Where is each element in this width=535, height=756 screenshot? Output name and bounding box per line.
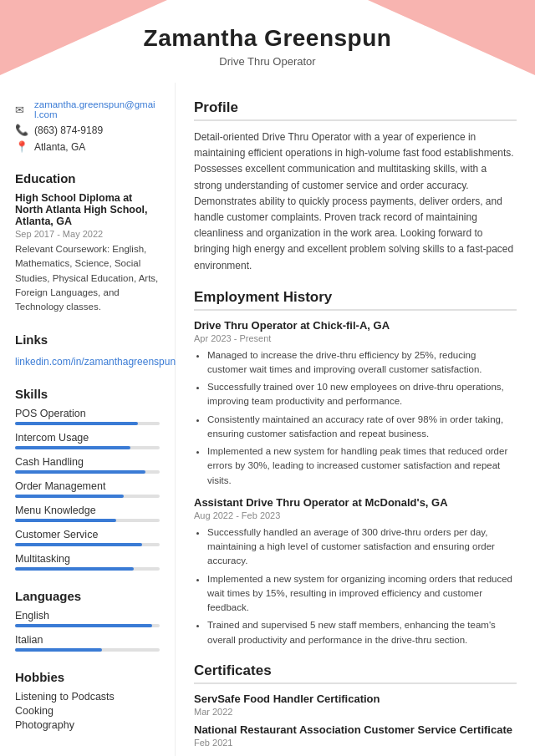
skill-bar-fill — [15, 519, 116, 522]
job-bullets: Managed to increase the drive-thru effic… — [194, 348, 517, 488]
phone-text: (863) 874-9189 — [34, 124, 103, 136]
job-dates: Apr 2023 - Present — [194, 333, 517, 343]
language-bar-fill — [15, 648, 102, 652]
languages-section: Languages English Italian — [15, 589, 160, 652]
job-bullet: Successfully trained over 10 new employe… — [207, 380, 517, 409]
skill-name: Cash Handling — [15, 456, 160, 468]
jobs-list: Drive Thru Operator at Chick-fil-A, GA A… — [194, 319, 517, 647]
links-title: Links — [15, 332, 160, 347]
skill-name: Menu Knowledge — [15, 505, 160, 516]
education-section: Education High School Diploma at North A… — [15, 171, 160, 314]
hobbies-title: Hobbies — [15, 670, 160, 684]
location-item: 📍 Atlanta, GA — [15, 140, 160, 153]
skill-name: POS Operation — [15, 408, 160, 419]
profile-text: Detail-oriented Drive Thru Operator with… — [194, 129, 517, 274]
skill-bar-bg — [15, 543, 160, 546]
skills-section: Skills POS Operation Intercom Usage Cash… — [15, 387, 160, 571]
location-text: Atlanta, GA — [34, 141, 85, 153]
skill-bar-fill — [15, 422, 138, 425]
contact-section: ✉ zamantha.greenspun@gmail.com 📞 (863) 8… — [15, 99, 160, 153]
profile-title: Profile — [194, 99, 517, 121]
candidate-title: Drive Thru Operator — [17, 55, 518, 68]
edu-dates: Sep 2017 - May 2022 — [15, 229, 160, 239]
skill-bar-fill — [15, 567, 134, 571]
phone-icon: 📞 — [15, 124, 28, 136]
resume-container: Zamantha Greenspun Drive Thru Operator ✉… — [0, 0, 535, 756]
languages-title: Languages — [15, 589, 160, 603]
job-title: Drive Thru Operator at Chick-fil-A, GA — [194, 319, 517, 332]
job-bullet: Successfully handled an average of 300 d… — [207, 525, 517, 569]
skill-bar-bg — [15, 495, 160, 498]
language-name: Italian — [15, 634, 160, 646]
skills-list: POS Operation Intercom Usage Cash Handli… — [15, 408, 160, 571]
language-name: English — [15, 610, 160, 622]
job-entry: Drive Thru Operator at Chick-fil-A, GA A… — [194, 319, 517, 488]
skill-name: Order Management — [15, 480, 160, 492]
skill-item: Order Management — [15, 480, 160, 498]
skill-item: Cash Handling — [15, 456, 160, 474]
skill-bar-bg — [15, 470, 160, 474]
language-bar-bg — [15, 624, 160, 627]
job-bullet: Trained and supervised 5 new staff membe… — [207, 618, 517, 647]
education-title: Education — [15, 171, 160, 185]
languages-list: English Italian — [15, 610, 160, 652]
job-bullet: Managed to increase the drive-thru effic… — [207, 348, 517, 378]
email-link[interactable]: zamantha.greenspun@gmail.com — [34, 99, 160, 119]
hobby-item: Listening to Podcasts — [15, 691, 160, 703]
job-title: Assistant Drive Thru Operator at McDonal… — [194, 496, 517, 509]
candidate-name: Zamantha Greenspun — [17, 25, 518, 52]
sidebar: ✉ zamantha.greenspun@gmail.com 📞 (863) 8… — [0, 83, 176, 756]
skill-bar-fill — [15, 446, 130, 449]
header: Zamantha Greenspun Drive Thru Operator — [0, 0, 535, 83]
skill-item: Menu Knowledge — [15, 505, 160, 522]
cert-date: Feb 2021 — [194, 738, 517, 748]
skill-bar-bg — [15, 422, 160, 425]
certificates-title: Certificates — [194, 662, 517, 684]
skills-title: Skills — [15, 387, 160, 401]
job-bullet: Consistently maintained an accuracy rate… — [207, 413, 517, 442]
skill-name: Customer Service — [15, 529, 160, 540]
skill-item: POS Operation — [15, 408, 160, 425]
job-dates: Aug 2022 - Feb 2023 — [194, 510, 517, 520]
links-section: Links linkedin.com/in/zamanthagreenspun — [15, 332, 160, 368]
skill-item: Customer Service — [15, 529, 160, 546]
skill-bar-bg — [15, 519, 160, 522]
email-icon: ✉ — [15, 104, 28, 116]
skill-name: Intercom Usage — [15, 432, 160, 444]
cert-date: Mar 2022 — [194, 707, 517, 717]
skill-bar-bg — [15, 567, 160, 571]
skill-bar-fill — [15, 470, 145, 474]
language-item: English — [15, 610, 160, 627]
skill-item: Multitasking — [15, 553, 160, 571]
hobby-item: Photography — [15, 719, 160, 731]
certs-list: ServSafe Food Handler Certification Mar … — [194, 693, 517, 748]
linkedin-link[interactable]: linkedin.com/in/zamanthagreenspun — [15, 356, 176, 368]
job-bullet: Implemented a new system for organizing … — [207, 572, 517, 616]
job-bullets: Successfully handled an average of 300 d… — [194, 525, 517, 647]
job-entry: Assistant Drive Thru Operator at McDonal… — [194, 496, 517, 647]
school-name: High School Diploma at North Atlanta Hig… — [15, 192, 160, 227]
skill-name: Multitasking — [15, 553, 160, 565]
body: ✉ zamantha.greenspun@gmail.com 📞 (863) 8… — [0, 83, 535, 756]
hobbies-section: Hobbies Listening to PodcastsCookingPhot… — [15, 670, 160, 731]
language-item: Italian — [15, 634, 160, 652]
hobbies-list: Listening to PodcastsCookingPhotography — [15, 691, 160, 731]
edu-coursework: Relevant Coursework: English, Mathematic… — [15, 242, 160, 314]
language-bar-fill — [15, 624, 152, 627]
location-icon: 📍 — [15, 140, 28, 153]
profile-section: Profile Detail-oriented Drive Thru Opera… — [194, 99, 517, 274]
skill-item: Intercom Usage — [15, 432, 160, 449]
certificates-section: Certificates ServSafe Food Handler Certi… — [194, 662, 517, 748]
phone-item: 📞 (863) 874-9189 — [15, 124, 160, 136]
hobby-item: Cooking — [15, 705, 160, 717]
employment-section: Employment History Drive Thru Operator a… — [194, 289, 517, 647]
language-bar-bg — [15, 648, 160, 652]
email-item: ✉ zamantha.greenspun@gmail.com — [15, 99, 160, 119]
skill-bar-bg — [15, 446, 160, 449]
main-content: Profile Detail-oriented Drive Thru Opera… — [176, 83, 535, 756]
employment-title: Employment History — [194, 289, 517, 311]
cert-entry: ServSafe Food Handler Certification Mar … — [194, 693, 517, 717]
skill-bar-fill — [15, 495, 124, 498]
skill-bar-fill — [15, 543, 142, 546]
cert-name: National Restaurant Association Customer… — [194, 723, 517, 736]
